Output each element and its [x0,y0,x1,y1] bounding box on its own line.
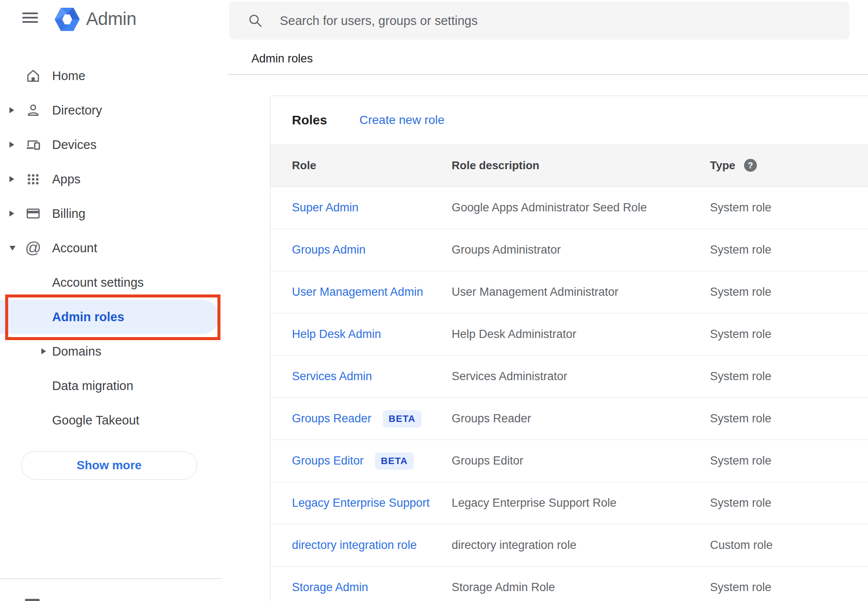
sidebar-item-devices[interactable]: Devices [0,127,222,162]
role-type: System role [710,328,772,341]
hamburger-menu-icon[interactable] [22,12,38,23]
role-description: Groups Reader [452,412,531,425]
table-row: Groups Editor BETA Groups Editor System … [270,440,868,482]
chevron-right-icon[interactable] [9,142,14,148]
role-link[interactable]: Groups Editor [292,454,364,468]
chevron-right-icon[interactable] [9,176,14,182]
page-title: Roles [292,113,327,127]
chevron-right-icon[interactable] [9,107,14,113]
role-link[interactable]: Groups Admin [292,243,366,257]
table-row: Services Admin Services Administrator Sy… [270,356,868,398]
sidebar-item-directory[interactable]: Directory [0,93,222,127]
admin-logo-icon [55,7,80,31]
sidebar-item-account-settings[interactable]: Account settings [0,265,222,300]
role-type: Custom role [710,539,773,552]
roles-table-body: Super Admin Google Apps Administrator Se… [270,187,868,601]
role-description: Help Desk Administrator [452,328,577,341]
role-description: Groups Administrator [452,243,561,257]
role-link[interactable]: Legacy Enterprise Support [292,496,430,510]
help-icon[interactable]: ? [744,159,757,172]
role-link[interactable]: User Management Admin [292,285,423,299]
sidebar-item-home[interactable]: Home [0,59,222,93]
role-type: System role [710,581,772,594]
role-type: System role [710,243,772,257]
role-description: Legacy Enterprise Support Role [452,496,617,510]
chevron-right-icon[interactable] [41,348,46,354]
role-link[interactable]: Services Admin [292,370,372,383]
sidebar-item-admin-roles[interactable]: Admin roles [0,300,220,334]
roles-panel-header: Roles Create new role [270,96,868,144]
search-icon [248,13,263,28]
table-row: Super Admin Google Apps Administrator Se… [270,187,868,229]
role-link[interactable]: directory integration role [292,539,417,552]
column-header-type: Type [710,159,735,172]
table-row: Groups Admin Groups Administrator System… [270,229,868,271]
sidebar-item-domains[interactable]: Domains [0,334,222,369]
role-description: Storage Admin Role [452,581,555,594]
show-more-button[interactable]: Show more [21,451,197,480]
sidebar-item-account[interactable]: @Account [0,231,222,265]
person-icon [25,102,41,118]
role-type: System role [710,412,772,425]
admin-console: Admin Search for users, groups or settin… [0,0,868,601]
column-header-role: Role [292,159,316,172]
chevron-right-icon[interactable] [9,211,14,217]
table-row: Legacy Enterprise Support Legacy Enterpr… [270,482,868,524]
beta-badge: BETA [383,410,422,428]
table-row: Groups Reader BETA Groups Reader System … [270,398,868,440]
role-type: System role [710,496,772,510]
at-sign-icon: @ [25,240,41,256]
search-input[interactable]: Search for users, groups or settings [229,2,849,40]
sidebar-nav: HomeDirectoryDevicesAppsBilling@AccountA… [0,59,222,437]
beta-badge: BETA [375,452,414,470]
role-description: User Management Administrator [452,285,618,299]
role-type: System role [710,201,772,214]
role-description: Groups Editor [452,454,524,468]
column-header-description: Role description [452,159,539,172]
header-divider [228,74,868,75]
table-header-row: Role Role description Type ? [270,144,868,187]
table-row: Storage Admin Storage Admin Role System … [270,567,868,601]
apps-grid-icon [25,171,41,187]
devices-icon [25,136,41,153]
breadcrumb: Admin roles [251,52,313,65]
search-placeholder: Search for users, groups or settings [280,14,477,28]
table-row: directory integration role directory int… [270,524,868,567]
table-row: Help Desk Admin Help Desk Administrator … [270,313,868,356]
sidebar-footer-divider [0,578,222,579]
role-type: System role [710,285,772,299]
app-title: Admin [86,9,136,29]
role-link[interactable]: Storage Admin [292,581,368,594]
chevron-down-icon[interactable] [9,246,16,251]
role-link[interactable]: Groups Reader [292,412,372,425]
table-row: User Management Admin User Management Ad… [270,271,868,313]
role-type: System role [710,454,772,468]
role-description: directory integration role [452,539,577,552]
role-type: System role [710,370,772,383]
sidebar-item-apps[interactable]: Apps [0,162,222,196]
role-link[interactable]: Help Desk Admin [292,328,381,341]
home-icon [25,68,41,84]
role-description: Google Apps Administrator Seed Role [452,201,647,214]
role-link[interactable]: Super Admin [292,201,359,214]
sidebar-item-google-takeout[interactable]: Google Takeout [0,403,222,437]
sidebar-item-data-migration[interactable]: Data migration [0,369,222,403]
create-new-role-link[interactable]: Create new role [360,113,445,127]
sidebar-footer-icon-partial [25,599,40,601]
credit-card-icon [25,205,41,222]
role-description: Services Administrator [452,370,567,383]
roles-panel: Roles Create new role Role Role descript… [270,96,868,601]
sidebar-item-billing[interactable]: Billing [0,196,222,231]
